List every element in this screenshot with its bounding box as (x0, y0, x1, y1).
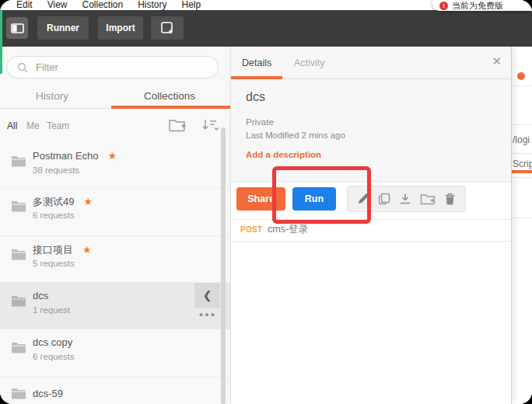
duplicate-icon[interactable] (378, 193, 390, 205)
request-name[interactable]: cms-登录 (268, 223, 308, 236)
main-toolbar: Runner Import (0, 10, 532, 47)
scope-all[interactable]: All (7, 120, 17, 131)
delete-trash-icon[interactable] (444, 193, 456, 205)
runner-button[interactable]: Runner (37, 16, 89, 40)
folder-icon (11, 387, 26, 399)
sidebar: History Collections All Me Team (0, 47, 230, 404)
visibility-label: Private (246, 117, 274, 127)
collection-name: 多测试49 (33, 196, 74, 207)
background-url-fragment: /logi (513, 134, 530, 145)
scope-filter-row: All Me Team (0, 113, 230, 140)
new-tab-icon (160, 21, 174, 35)
menu-history[interactable]: History (138, 0, 166, 10)
star-icon[interactable]: ★ (108, 150, 117, 162)
collection-name: dcs copy (33, 336, 72, 348)
collection-request-count: 6 requests (33, 352, 75, 361)
ellipsis-icon: ●●● (199, 311, 216, 319)
sort-icon[interactable] (201, 118, 219, 132)
divider (231, 241, 511, 242)
collection-row-dcs-59[interactable]: dcs-59 (0, 378, 230, 404)
import-label: Import (106, 23, 135, 33)
collection-title: dcs (246, 90, 265, 104)
folder-icon (11, 341, 26, 354)
star-icon[interactable]: ★ (82, 244, 92, 256)
tab-history[interactable]: History (16, 90, 89, 102)
collection-name: 接口项目 (33, 244, 73, 256)
add-description-link[interactable]: Add a description (246, 150, 321, 159)
collection-details-panel: Details Activity ✕ dcs Private Last Modi… (230, 47, 512, 404)
star-icon[interactable]: ★ (83, 196, 93, 207)
collapse-panel-button[interactable]: ❮ (194, 283, 220, 308)
tab-details[interactable]: Details (242, 57, 271, 68)
collection-row-dcs-copy[interactable]: dcs copy 6 requests (0, 329, 230, 378)
background-tab-underline (512, 170, 532, 173)
search-icon (17, 62, 28, 73)
collection-row-dcs[interactable]: dcs 1 request ❮ ●●● (0, 283, 230, 329)
folder-icon (11, 155, 26, 167)
folder-icon (11, 200, 26, 212)
last-modified-label: Last Modified 2 mins ago (246, 131, 345, 140)
filter-input[interactable] (34, 61, 193, 74)
menu-edit[interactable]: Edit (16, 0, 33, 10)
new-collection-icon[interactable] (168, 117, 187, 133)
panel-tabs: Details Activity ✕ (231, 47, 511, 79)
filter-search-box[interactable] (6, 56, 219, 78)
background-window-strip: /logi Scrip (512, 47, 532, 404)
screen-edge-accent (0, 10, 2, 74)
notification-text: 当前为免费版 (452, 0, 503, 12)
annotation-highlight-box (272, 166, 371, 224)
folder-icon (11, 294, 26, 307)
close-icon[interactable]: ✕ (492, 55, 502, 67)
request-method-badge: POST (240, 225, 262, 234)
background-tab-fragment: Scrip (513, 158, 532, 169)
active-tab-underline (111, 106, 230, 109)
sidebar-toggle-icon (11, 23, 24, 33)
new-tab-button[interactable] (151, 16, 184, 40)
sidebar-toggle-button[interactable] (6, 17, 28, 39)
menu-help[interactable]: Help (182, 0, 201, 10)
collection-menu-button[interactable]: ●●● (195, 311, 220, 319)
menu-collection[interactable]: Collection (82, 0, 123, 10)
active-tab-underline (231, 76, 282, 79)
tab-activity[interactable]: Activity (294, 57, 325, 68)
alert-icon: ! (439, 2, 448, 10)
collection-row-duoceshi49[interactable]: 多测试49★ 6 requests (0, 188, 230, 236)
sidebar-scrollbar[interactable] (221, 127, 226, 404)
import-button[interactable]: Import (98, 16, 143, 40)
folder-icon (11, 248, 26, 260)
collection-request-count: 6 requests (33, 211, 75, 220)
scope-me[interactable]: Me (26, 120, 40, 131)
runner-label: Runner (47, 23, 79, 33)
free-plan-notification[interactable]: ! 当前为免费版 (432, 0, 532, 11)
menu-view[interactable]: View (47, 0, 68, 10)
collection-request-count: 1 request (33, 305, 70, 315)
sidebar-tabs: History Collections (0, 87, 230, 109)
unsaved-dot-icon (517, 72, 525, 80)
collection-row-jiekouxiangmu[interactable]: 接口项目★ 5 requests (0, 236, 230, 283)
collection-name: dcs-59 (33, 388, 63, 399)
download-icon[interactable] (399, 193, 411, 205)
collection-request-count: 38 requests (33, 165, 79, 175)
collections-list: Postman Echo★ 38 requests 多测试49★ 6 reque… (0, 143, 230, 404)
share-label: Share (247, 193, 275, 204)
postman-window: Edit View Collection History Help ! 当前为免… (0, 0, 532, 404)
collection-row-postman-echo[interactable]: Postman Echo★ 38 requests (0, 143, 230, 188)
collection-request-count: 5 requests (33, 259, 75, 268)
collection-name: dcs (33, 290, 48, 301)
collection-name: Postman Echo (33, 150, 99, 162)
add-folder-icon[interactable] (420, 193, 436, 205)
scope-team[interactable]: Team (47, 120, 69, 131)
tab-collections[interactable]: Collections (115, 90, 224, 102)
chevron-left-icon: ❮ (203, 289, 212, 301)
